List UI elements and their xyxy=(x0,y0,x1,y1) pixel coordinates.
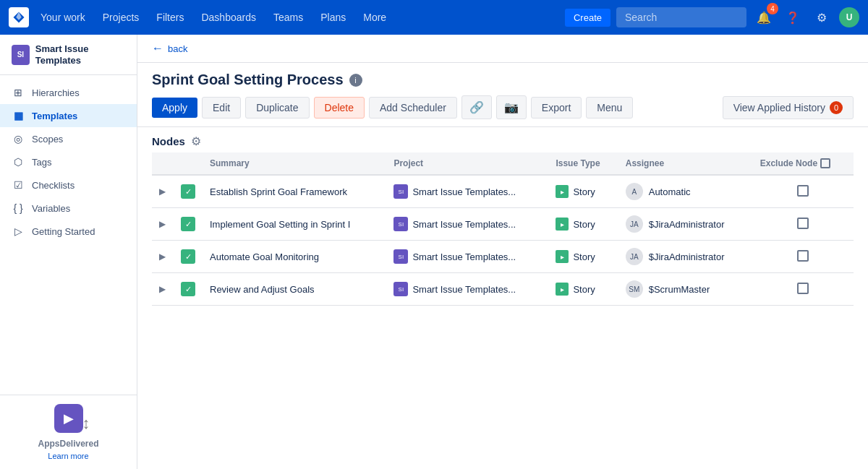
row-expand-1[interactable]: ▶ xyxy=(152,208,174,241)
top-navigation: Your work Projects Filters Dashboards Te… xyxy=(0,0,868,35)
duplicate-button[interactable]: Duplicate xyxy=(245,97,309,119)
table-row: ▶ ✓ Establish Sprint Goal Framework SI S… xyxy=(152,175,854,208)
nav-teams[interactable]: Teams xyxy=(268,9,309,26)
project-text-3: Smart Issue Templates... xyxy=(412,284,516,295)
summary-text-1: Implement Goal Setting in Sprint I xyxy=(210,219,350,230)
templates-icon: ▦ xyxy=(12,110,25,121)
exclude-checkbox-1[interactable] xyxy=(797,218,809,229)
sidebar-item-label-variables: Variables xyxy=(32,203,70,214)
exclude-checkbox-2[interactable] xyxy=(797,250,809,262)
history-badge: 0 xyxy=(830,101,843,114)
issue-type-cell-1: ▸ Story xyxy=(556,218,610,231)
story-icon-3: ▸ xyxy=(556,283,569,296)
brand-name: AppsDelivered xyxy=(38,439,98,449)
sidebar-item-getting-started[interactable]: ▷ Getting Started xyxy=(0,220,137,243)
nodes-table-container: Summary Project Issue Type Assignee Excl… xyxy=(137,152,868,306)
project-cell-0: SI Smart Issue Templates... xyxy=(393,184,541,199)
link-button[interactable]: 🔗 xyxy=(461,95,492,119)
appsdelivered-logo: ▶ xyxy=(54,404,83,433)
user-avatar[interactable]: U xyxy=(839,7,859,27)
summary-cell-0: Establish Sprint Goal Framework xyxy=(210,186,379,197)
summary-text-3: Review and Adjust Goals xyxy=(210,284,315,295)
menu-button[interactable]: Menu xyxy=(586,97,633,119)
nav-projects[interactable]: Projects xyxy=(97,9,145,26)
help-icon[interactable]: ❓ xyxy=(781,6,804,29)
delete-button[interactable]: Delete xyxy=(314,97,365,119)
app-name: Smart Issue Templates xyxy=(35,43,125,66)
edit-button[interactable]: Edit xyxy=(202,97,241,119)
toolbar: Apply Edit Duplicate Delete Add Schedule… xyxy=(137,88,868,127)
jira-logo[interactable] xyxy=(9,7,29,27)
exclude-checkbox-0[interactable] xyxy=(797,185,809,197)
th-project: Project xyxy=(386,152,548,175)
view-history-label: View Applied History xyxy=(733,102,825,113)
issue-type-text-3: Story xyxy=(573,284,595,295)
assignee-text-2: $JiraAdministrator xyxy=(649,251,725,262)
nodes-table: Summary Project Issue Type Assignee Excl… xyxy=(152,152,854,306)
sidebar-item-hierarchies[interactable]: ⊞ Hierarchies xyxy=(0,81,137,104)
th-issue-type: Issue Type xyxy=(548,152,618,175)
exclude-all-checkbox[interactable] xyxy=(820,158,830,168)
table-header: Summary Project Issue Type Assignee Excl… xyxy=(152,152,854,175)
settings-icon[interactable]: ⚙ xyxy=(810,6,833,29)
nav-plans[interactable]: Plans xyxy=(315,9,352,26)
table-row: ▶ ✓ Implement Goal Setting in Sprint I S… xyxy=(152,208,854,241)
project-icon-1: SI xyxy=(393,217,408,231)
issue-type-cell-3: ▸ Story xyxy=(556,283,610,296)
story-icon-1: ▸ xyxy=(556,218,569,231)
nav-filters[interactable]: Filters xyxy=(150,9,190,26)
exclude-checkbox-3[interactable] xyxy=(797,283,809,294)
project-cell-2: SI Smart Issue Templates... xyxy=(393,249,541,264)
summary-cell-3: Review and Adjust Goals xyxy=(210,284,379,295)
scopes-icon: ◎ xyxy=(12,133,25,145)
camera-icon: 📷 xyxy=(504,100,519,114)
info-icon[interactable]: i xyxy=(349,74,362,87)
project-icon-0: SI xyxy=(393,184,408,199)
sidebar-item-scopes[interactable]: ◎ Scopes xyxy=(0,127,137,150)
view-history-button[interactable]: View Applied History 0 xyxy=(723,96,854,119)
nav-more[interactable]: More xyxy=(357,9,392,26)
nav-your-work[interactable]: Your work xyxy=(35,9,91,26)
nodes-settings-icon[interactable]: ⚙ xyxy=(191,134,201,148)
link-icon: 🔗 xyxy=(469,100,484,114)
assignee-text-0: Automatic xyxy=(649,186,691,197)
create-button[interactable]: Create xyxy=(565,9,610,27)
th-summary: Summary xyxy=(203,152,386,175)
row-expand-3[interactable]: ▶ xyxy=(152,273,174,306)
sidebar-item-tags[interactable]: ⬡ Tags xyxy=(0,150,137,173)
table-row: ▶ ✓ Review and Adjust Goals SI Smart Iss… xyxy=(152,273,854,306)
assignee-cell-1: JA $JiraAdministrator xyxy=(626,215,746,233)
issue-icon-2: ✓ xyxy=(181,249,195,264)
sidebar-item-label-checklists: Checklists xyxy=(32,180,75,191)
page-title-row: Sprint Goal Setting Process i xyxy=(152,72,854,88)
summary-text-0: Establish Sprint Goal Framework xyxy=(210,186,347,197)
sidebar: SI Smart Issue Templates ⊞ Hierarchies ▦… xyxy=(0,35,137,469)
sidebar-item-variables[interactable]: { } Variables xyxy=(0,197,137,220)
learn-more-link[interactable]: Learn more xyxy=(48,452,88,460)
sidebar-item-label-hierarchies: Hierarchies xyxy=(32,87,80,98)
assignee-cell-3: SM $ScrumMaster xyxy=(626,280,746,298)
row-expand-2[interactable]: ▶ xyxy=(152,241,174,273)
project-text-2: Smart Issue Templates... xyxy=(412,251,516,262)
table-body: ▶ ✓ Establish Sprint Goal Framework SI S… xyxy=(152,175,854,306)
page-header: Sprint Goal Setting Process i xyxy=(137,63,868,88)
main-content: ← back Sprint Goal Setting Process i App… xyxy=(137,35,868,469)
project-cell-3: SI Smart Issue Templates... xyxy=(393,282,541,296)
camera-button[interactable]: 📷 xyxy=(496,95,527,119)
row-expand-0[interactable]: ▶ xyxy=(152,175,174,208)
back-button[interactable]: ← back xyxy=(137,35,868,63)
sidebar-item-checklists[interactable]: ☑ Checklists xyxy=(0,173,137,197)
sidebar-item-templates[interactable]: ▦ Templates xyxy=(0,104,137,127)
hierarchies-icon: ⊞ xyxy=(12,87,25,98)
add-scheduler-button[interactable]: Add Scheduler xyxy=(369,97,457,119)
summary-cell-1: Implement Goal Setting in Sprint I xyxy=(210,219,379,230)
assignee-cell-2: JA $JiraAdministrator xyxy=(626,248,746,265)
apply-button[interactable]: Apply xyxy=(152,98,197,118)
nodes-header: Nodes ⚙ xyxy=(137,127,868,152)
project-icon-2: SI xyxy=(393,249,408,264)
search-input[interactable] xyxy=(616,7,746,27)
nav-dashboards[interactable]: Dashboards xyxy=(195,9,262,26)
story-icon-0: ▸ xyxy=(556,185,569,198)
notifications[interactable]: 🔔 4 xyxy=(752,6,775,29)
export-button[interactable]: Export xyxy=(531,97,582,119)
